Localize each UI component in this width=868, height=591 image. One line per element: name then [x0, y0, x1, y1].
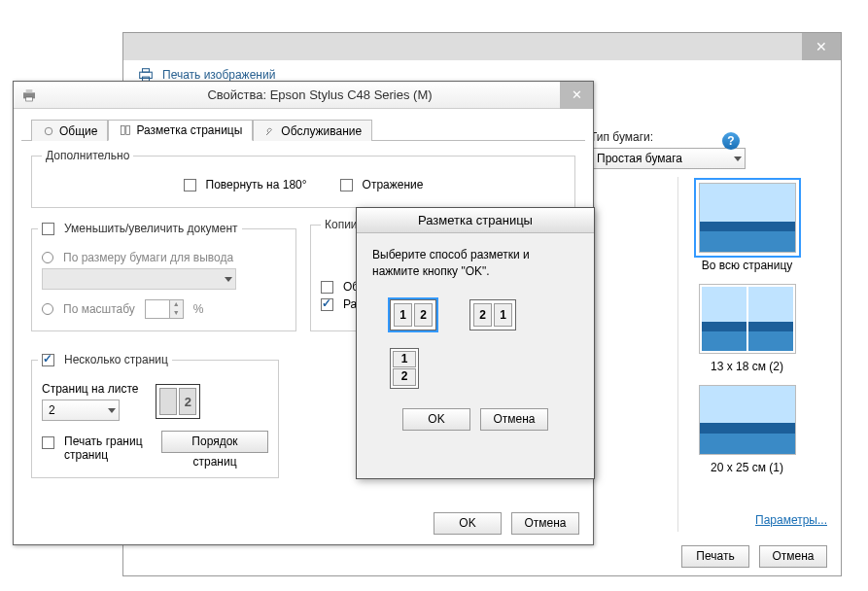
chevron-down-icon [734, 156, 742, 161]
pages-per-sheet-label: Страниц на листе [42, 382, 138, 396]
gear-icon [42, 125, 55, 137]
scale-spinner: ▲▼ [145, 299, 184, 319]
by-scale-radio[interactable]: По масштабу ▲▼ % [42, 299, 286, 319]
multi-page-preview: 2 [156, 384, 200, 419]
help-icon[interactable]: ? [722, 132, 740, 150]
tab-layout[interactable]: Разметка страницы [108, 120, 253, 141]
tab-service[interactable]: Обслуживание [253, 120, 372, 141]
layout-full-page[interactable]: Во всю страницу [682, 183, 812, 272]
tab-general[interactable]: Общие [31, 120, 108, 141]
scale-document-checkbox[interactable]: Уменьшить/увеличить документ [42, 222, 238, 235]
fit-paper-radio[interactable]: По размеру бумаги для вывода [42, 251, 286, 264]
print-button[interactable]: Печать [681, 545, 749, 568]
props-title: Свойства: Epson Stylus C48 Series (M) [47, 87, 593, 102]
page-order-button[interactable]: Порядок страниц [161, 431, 268, 453]
order-titlebar: Разметка страницы [357, 208, 594, 233]
layout-thumb [699, 385, 796, 455]
svg-rect-4 [26, 89, 33, 92]
cancel-button[interactable]: Отмена [759, 545, 827, 568]
layout-icon [119, 124, 132, 136]
group-extra: Дополнительно Повернуть на 180° Отражени… [31, 149, 575, 208]
layout-label: 20 x 25 см (1) [682, 461, 812, 474]
props-titlebar: Свойства: Epson Stylus C48 Series (M) ✕ [14, 82, 593, 109]
order-msg: Выберите способ разметки и нажмите кнопк… [372, 247, 578, 280]
wrench-icon [263, 125, 277, 137]
order-body: Выберите способ разметки и нажмите кнопк… [357, 233, 594, 444]
chevron-down-icon [108, 408, 116, 413]
layout-thumb [699, 183, 796, 253]
print-titlebar: ✕ [123, 33, 841, 60]
svg-rect-1 [143, 69, 150, 73]
layout-label: 13 x 18 см (2) [682, 360, 812, 373]
rotate-180-checkbox[interactable]: Повернуть на 180° [184, 178, 307, 191]
layout-13x18[interactable]: 13 x 18 см (2) [682, 284, 812, 373]
svg-point-6 [45, 127, 52, 135]
params-link[interactable]: Параметры... [755, 513, 827, 527]
order-option-vertical[interactable]: 1 2 [390, 348, 419, 389]
group-multi-pages: Несколько страниц Страниц на листе 2 2 П… [31, 349, 279, 478]
layout-thumb [699, 284, 796, 354]
print-title: Печать изображений [162, 68, 275, 82]
layout-20x25[interactable]: 20 x 25 см (1) [682, 385, 812, 474]
group-scale: Уменьшить/увеличить документ По размеру … [31, 218, 296, 331]
ok-button[interactable]: OK [402, 408, 470, 431]
paper-type-select[interactable]: Простая бумага [590, 148, 746, 169]
close-button[interactable]: ✕ [560, 82, 593, 109]
layout-label: Во всю страницу [682, 259, 812, 272]
paper-type-value: Простая бумага [597, 152, 682, 165]
cancel-button[interactable]: Отмена [511, 512, 579, 535]
layout-templates-strip[interactable]: Во всю страницу 13 x 18 см (2) 20 x 25 с… [677, 177, 816, 532]
page-order-dialog: Разметка страницы Выберите способ размет… [356, 207, 595, 479]
svg-rect-5 [26, 97, 33, 101]
output-paper-select [42, 268, 236, 290]
svg-rect-8 [126, 126, 130, 135]
close-button[interactable]: ✕ [802, 33, 841, 60]
svg-rect-7 [122, 126, 125, 135]
cancel-button[interactable]: Отмена [480, 408, 548, 431]
tabs: Общие Разметка страницы Обслуживание [21, 113, 585, 141]
group-extra-legend: Дополнительно [42, 149, 133, 162]
printer-icon [137, 68, 155, 82]
order-option-21[interactable]: 2 1 [469, 299, 516, 330]
order-option-12[interactable]: 1 2 [390, 299, 436, 330]
mirror-checkbox[interactable]: Отражение [340, 178, 424, 191]
multi-pages-checkbox[interactable]: Несколько страниц [42, 353, 168, 366]
ok-button[interactable]: OK [434, 512, 502, 535]
pages-per-sheet-select[interactable]: 2 [42, 400, 120, 421]
print-borders-checkbox[interactable]: Печать границ страниц [42, 435, 152, 462]
printer-icon [21, 88, 37, 102]
